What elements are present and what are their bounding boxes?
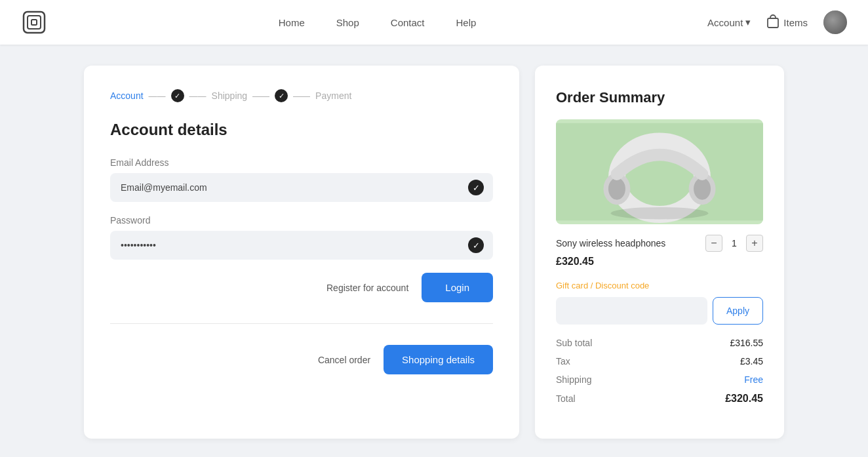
product-image xyxy=(556,119,763,224)
section-title: Account details xyxy=(110,121,493,139)
breadcrumb-account: Account xyxy=(110,90,144,101)
cancel-order-link[interactable]: Cancel order xyxy=(318,355,370,365)
subtotal-line: Sub total £316.55 xyxy=(556,338,763,348)
breadcrumb-check1: ✓ xyxy=(171,89,184,102)
breadcrumb: Account —— ✓ —— Shipping —— ✓ —— Payment xyxy=(110,89,493,102)
tax-value: £3.45 xyxy=(740,356,763,367)
shipping-label: Shipping xyxy=(556,374,592,385)
qty-decrease-button[interactable]: − xyxy=(705,235,722,252)
svg-rect-3 xyxy=(768,18,778,28)
nav-contact[interactable]: Contact xyxy=(391,17,425,28)
subtotal-label: Sub total xyxy=(556,338,592,348)
breadcrumb-check2: ✓ xyxy=(275,89,288,102)
password-check-icon: ✓ xyxy=(468,237,484,253)
product-price: £320.45 xyxy=(556,256,763,268)
breadcrumb-sep1: —— xyxy=(149,91,166,101)
breadcrumb-sep2: —— xyxy=(189,91,207,101)
product-row: Sony wireless headphones − 1 + xyxy=(556,235,763,252)
svg-point-7 xyxy=(608,178,625,199)
nav-links: Home Shop Contact Help xyxy=(47,17,707,28)
subtotal-value: £316.55 xyxy=(730,338,763,348)
nav-items[interactable]: Items xyxy=(766,14,808,31)
password-label: Password xyxy=(110,215,493,226)
apply-button[interactable]: Apply xyxy=(713,297,763,325)
items-label: Items xyxy=(783,17,808,28)
avatar xyxy=(823,10,847,34)
account-label: Account xyxy=(707,17,743,28)
nav-home[interactable]: Home xyxy=(279,17,305,28)
login-button[interactable]: Login xyxy=(422,273,493,302)
product-name: Sony wireless headphones xyxy=(556,238,665,248)
shipping-line: Shipping Free xyxy=(556,374,763,385)
total-value: £320.45 xyxy=(725,393,763,405)
main-content: Account —— ✓ —— Shipping —— ✓ —— Payment… xyxy=(73,66,795,439)
discount-row: Apply xyxy=(556,297,763,325)
breadcrumb-sep4: —— xyxy=(293,91,310,101)
svg-point-9 xyxy=(694,178,711,199)
svg-point-10 xyxy=(611,207,709,220)
qty-increase-button[interactable]: + xyxy=(746,235,763,252)
left-panel: Account —— ✓ —— Shipping —— ✓ —— Payment… xyxy=(84,66,519,439)
breadcrumb-sep3: —— xyxy=(252,91,269,101)
logo[interactable] xyxy=(21,9,47,35)
email-field[interactable] xyxy=(110,173,493,202)
nav-help[interactable]: Help xyxy=(456,17,477,28)
bottom-row: Cancel order Shopping details xyxy=(110,345,493,374)
divider xyxy=(110,323,493,324)
total-label: Total xyxy=(556,393,576,404)
email-wrapper: ✓ xyxy=(110,173,493,202)
svg-rect-0 xyxy=(24,12,45,33)
order-summary-title: Order Summary xyxy=(556,89,763,106)
shipping-value: Free xyxy=(744,374,763,385)
navbar: Home Shop Contact Help Account ▾ Items xyxy=(0,0,868,45)
nav-right: Account ▾ Items xyxy=(707,10,847,34)
register-link[interactable]: Register for account xyxy=(326,283,408,293)
email-check-icon: ✓ xyxy=(468,180,484,195)
total-line: Total £320.45 xyxy=(556,393,763,405)
qty-controls: − 1 + xyxy=(705,235,763,252)
svg-rect-1 xyxy=(28,16,41,29)
bag-icon xyxy=(766,14,779,31)
tax-label: Tax xyxy=(556,356,570,367)
qty-value: 1 xyxy=(728,238,741,248)
discount-label: Gift card / Discount code xyxy=(556,281,763,290)
breadcrumb-shipping: Shipping xyxy=(212,90,248,101)
right-panel: Order Summary Sony wireless headphon xyxy=(535,66,784,439)
password-wrapper: ✓ xyxy=(110,231,493,260)
chevron-down-icon: ▾ xyxy=(745,16,751,28)
discount-input[interactable] xyxy=(556,297,707,325)
nav-account[interactable]: Account ▾ xyxy=(707,16,751,28)
svg-rect-2 xyxy=(31,20,37,25)
email-label: Email Address xyxy=(110,157,493,168)
action-row: Register for account Login xyxy=(110,273,493,302)
password-field[interactable] xyxy=(110,231,493,260)
tax-line: Tax £3.45 xyxy=(556,356,763,367)
nav-shop[interactable]: Shop xyxy=(336,17,359,28)
breadcrumb-payment: Payment xyxy=(315,90,351,101)
shopping-details-button[interactable]: Shopping details xyxy=(384,345,493,374)
